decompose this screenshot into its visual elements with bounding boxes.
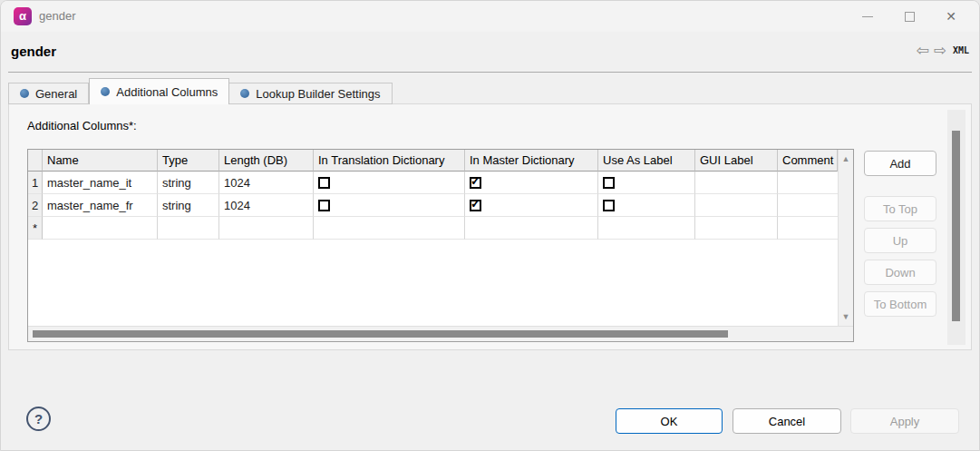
use-as-label-checkbox[interactable] (603, 200, 615, 211)
row-number[interactable]: 2 (28, 194, 43, 217)
new-row-marker[interactable]: * (28, 217, 43, 240)
use-as-label-checkbox[interactable] (603, 177, 615, 189)
cell-length[interactable]: 1024 (219, 194, 314, 217)
cell-type[interactable]: string (158, 194, 219, 217)
cell-in-master[interactable] (465, 217, 598, 240)
scroll-down-icon[interactable]: ▼ (839, 312, 853, 321)
cell-length[interactable]: 1024 (219, 172, 314, 194)
tab-label: General (35, 87, 77, 101)
title-bar: α gender ✕ (1, 1, 979, 32)
cell-type[interactable]: string (158, 172, 219, 194)
tab-bar: General Additional Columns Lookup Builde… (8, 78, 393, 104)
dialog-vertical-scrollbar[interactable] (947, 110, 965, 345)
row-action-buttons: Add To Top Up Down To Bottom (864, 151, 936, 317)
minimize-button[interactable] (847, 1, 888, 32)
xml-view-button[interactable]: XML (953, 45, 969, 55)
window-title: gender (39, 9, 75, 23)
cell-name[interactable] (43, 217, 158, 240)
ok-button[interactable]: OK (616, 408, 723, 434)
cell-gui-label[interactable] (695, 172, 778, 194)
in-master-checkbox[interactable] (470, 177, 481, 189)
add-button[interactable]: Add (864, 151, 936, 176)
app-icon: α (14, 7, 32, 25)
col-header-length: Length (DB) (219, 150, 314, 172)
cell-in-master (465, 172, 598, 194)
back-arrow-icon[interactable]: ⇦ (916, 43, 928, 58)
table-horizontal-scrollbar[interactable] (28, 326, 853, 341)
header-nav: ⇦ ⇨ XML (916, 43, 969, 58)
tab-label: Additional Columns (116, 85, 218, 99)
cell-in-translation (314, 194, 465, 217)
tab-dot-icon (101, 87, 110, 96)
cell-comment[interactable] (778, 172, 838, 194)
help-icon: ? (34, 411, 43, 426)
col-header-use-as-label: Use As Label (598, 150, 695, 172)
col-header-type: Type (158, 150, 219, 172)
cell-name[interactable]: master_name_it (43, 172, 158, 194)
scroll-up-icon[interactable]: ▲ (839, 154, 853, 163)
minimize-icon (862, 16, 873, 17)
col-header-comment: Comment (778, 150, 838, 172)
cell-type[interactable] (158, 217, 219, 240)
cell-in-translation (314, 172, 465, 194)
grid: Name Type Length (DB) In Translation Dic… (28, 150, 838, 326)
table-row: 1 master_name_it string 1024 (28, 172, 838, 194)
help-button[interactable]: ? (26, 407, 51, 431)
cell-comment[interactable] (778, 194, 838, 217)
tab-dot-icon (20, 89, 29, 98)
dialog-header: gender ⇦ ⇨ XML (8, 32, 972, 73)
window-controls: ✕ (847, 1, 972, 32)
close-button[interactable]: ✕ (930, 1, 972, 32)
cell-in-translation[interactable] (314, 217, 465, 240)
to-bottom-button[interactable]: To Bottom (864, 291, 936, 317)
col-header-name: Name (43, 150, 158, 172)
tab-general[interactable]: General (8, 83, 89, 104)
cell-comment[interactable] (778, 217, 838, 240)
tab-dot-icon (240, 89, 249, 98)
tab-label: Lookup Builder Settings (256, 87, 380, 101)
in-translation-checkbox[interactable] (318, 200, 330, 211)
dialog-scroll-thumb[interactable] (952, 131, 960, 321)
down-button[interactable]: Down (864, 260, 936, 285)
table-row: 2 master_name_fr string 1024 (28, 194, 838, 217)
cell-name[interactable]: master_name_fr (43, 194, 158, 217)
maximize-icon (905, 12, 915, 22)
cancel-button[interactable]: Cancel (733, 408, 841, 434)
maximize-button[interactable] (888, 1, 930, 32)
section-label: Additional Columns*: (27, 119, 137, 132)
row-number[interactable]: 1 (28, 172, 43, 194)
cell-use-as-label (598, 194, 695, 217)
in-master-checkbox[interactable] (470, 200, 481, 211)
col-header-in-master-dictionary: In Master Dictionary (465, 150, 598, 172)
up-button[interactable]: Up (864, 228, 936, 253)
tab-content-panel: Additional Columns*: Name Type Length (D… (8, 103, 972, 350)
cell-gui-label[interactable] (695, 217, 778, 240)
in-translation-checkbox[interactable] (318, 177, 330, 189)
table-header-row: Name Type Length (DB) In Translation Dic… (28, 150, 838, 172)
tab-additional-columns[interactable]: Additional Columns (89, 78, 229, 104)
table-vertical-scrollbar[interactable]: ▲ ▼ (838, 150, 853, 326)
corner-cell (28, 150, 43, 172)
page-title: gender (11, 44, 56, 59)
to-top-button[interactable]: To Top (864, 196, 936, 221)
col-header-gui-label: GUI Label (695, 150, 778, 172)
tab-lookup-builder-settings[interactable]: Lookup Builder Settings (229, 83, 392, 104)
additional-columns-table: Name Type Length (DB) In Translation Dic… (27, 149, 854, 342)
cell-use-as-label (598, 172, 695, 194)
cell-in-master (465, 194, 598, 217)
dialog-window: α gender ✕ gender ⇦ ⇨ XML General Additi… (0, 0, 980, 451)
forward-arrow-icon[interactable]: ⇨ (934, 43, 946, 58)
horizontal-scroll-thumb[interactable] (33, 330, 728, 338)
close-icon: ✕ (946, 10, 956, 23)
cell-use-as-label[interactable] (598, 217, 695, 240)
cell-gui-label[interactable] (695, 194, 778, 217)
col-header-in-translation-dictionary: In Translation Dictionary (314, 150, 465, 172)
cell-length[interactable] (219, 217, 314, 240)
table-row-new: * (28, 217, 838, 240)
apply-button[interactable]: Apply (850, 408, 959, 434)
